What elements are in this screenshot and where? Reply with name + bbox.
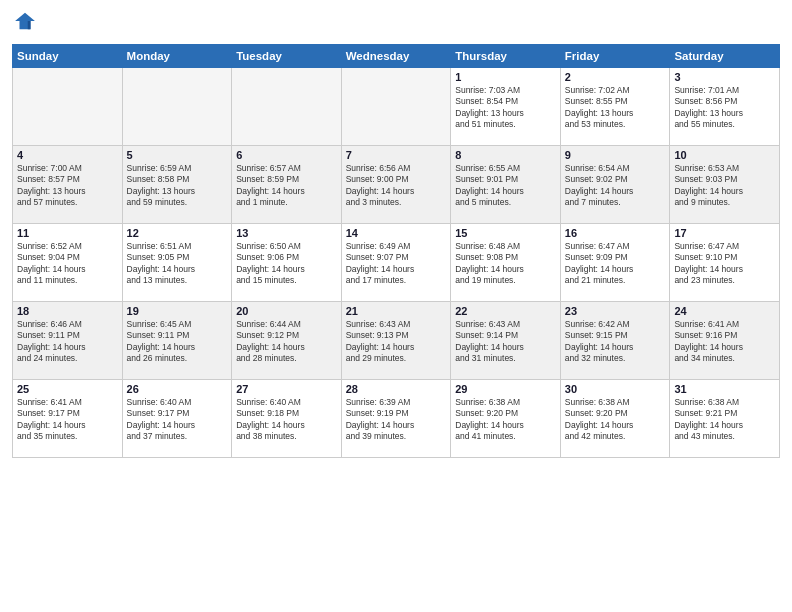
calendar-cell: 23Sunrise: 6:42 AM Sunset: 9:15 PM Dayli… (560, 302, 670, 380)
day-info: Sunrise: 6:50 AM Sunset: 9:06 PM Dayligh… (236, 241, 337, 287)
day-info: Sunrise: 6:38 AM Sunset: 9:20 PM Dayligh… (565, 397, 666, 443)
day-info: Sunrise: 6:54 AM Sunset: 9:02 PM Dayligh… (565, 163, 666, 209)
calendar-cell: 15Sunrise: 6:48 AM Sunset: 9:08 PM Dayli… (451, 224, 561, 302)
day-number: 4 (17, 149, 118, 161)
day-info: Sunrise: 6:47 AM Sunset: 9:10 PM Dayligh… (674, 241, 775, 287)
day-number: 8 (455, 149, 556, 161)
calendar-cell: 1Sunrise: 7:03 AM Sunset: 8:54 PM Daylig… (451, 68, 561, 146)
calendar-cell: 26Sunrise: 6:40 AM Sunset: 9:17 PM Dayli… (122, 380, 232, 458)
calendar-cell: 27Sunrise: 6:40 AM Sunset: 9:18 PM Dayli… (232, 380, 342, 458)
day-info: Sunrise: 6:38 AM Sunset: 9:20 PM Dayligh… (455, 397, 556, 443)
calendar-cell: 10Sunrise: 6:53 AM Sunset: 9:03 PM Dayli… (670, 146, 780, 224)
calendar-cell (122, 68, 232, 146)
calendar-week-row: 4Sunrise: 7:00 AM Sunset: 8:57 PM Daylig… (13, 146, 780, 224)
weekday-header: Monday (122, 45, 232, 68)
day-number: 20 (236, 305, 337, 317)
calendar-cell: 12Sunrise: 6:51 AM Sunset: 9:05 PM Dayli… (122, 224, 232, 302)
day-info: Sunrise: 6:40 AM Sunset: 9:17 PM Dayligh… (127, 397, 228, 443)
day-number: 13 (236, 227, 337, 239)
calendar-cell (13, 68, 123, 146)
calendar-cell (232, 68, 342, 146)
calendar-cell: 28Sunrise: 6:39 AM Sunset: 9:19 PM Dayli… (341, 380, 451, 458)
calendar-cell: 22Sunrise: 6:43 AM Sunset: 9:14 PM Dayli… (451, 302, 561, 380)
calendar-week-row: 18Sunrise: 6:46 AM Sunset: 9:11 PM Dayli… (13, 302, 780, 380)
day-number: 29 (455, 383, 556, 395)
calendar-cell: 2Sunrise: 7:02 AM Sunset: 8:55 PM Daylig… (560, 68, 670, 146)
weekday-header: Thursday (451, 45, 561, 68)
weekday-header: Tuesday (232, 45, 342, 68)
calendar-week-row: 1Sunrise: 7:03 AM Sunset: 8:54 PM Daylig… (13, 68, 780, 146)
day-info: Sunrise: 6:51 AM Sunset: 9:05 PM Dayligh… (127, 241, 228, 287)
day-info: Sunrise: 6:41 AM Sunset: 9:16 PM Dayligh… (674, 319, 775, 365)
calendar-cell: 7Sunrise: 6:56 AM Sunset: 9:00 PM Daylig… (341, 146, 451, 224)
calendar-cell: 5Sunrise: 6:59 AM Sunset: 8:58 PM Daylig… (122, 146, 232, 224)
day-number: 12 (127, 227, 228, 239)
day-info: Sunrise: 6:48 AM Sunset: 9:08 PM Dayligh… (455, 241, 556, 287)
calendar-cell: 30Sunrise: 6:38 AM Sunset: 9:20 PM Dayli… (560, 380, 670, 458)
day-number: 22 (455, 305, 556, 317)
day-info: Sunrise: 6:49 AM Sunset: 9:07 PM Dayligh… (346, 241, 447, 287)
day-number: 14 (346, 227, 447, 239)
logo-icon (14, 10, 36, 32)
day-number: 23 (565, 305, 666, 317)
day-number: 30 (565, 383, 666, 395)
day-number: 17 (674, 227, 775, 239)
day-info: Sunrise: 6:43 AM Sunset: 9:14 PM Dayligh… (455, 319, 556, 365)
calendar-cell: 13Sunrise: 6:50 AM Sunset: 9:06 PM Dayli… (232, 224, 342, 302)
weekday-header: Friday (560, 45, 670, 68)
day-info: Sunrise: 7:01 AM Sunset: 8:56 PM Dayligh… (674, 85, 775, 131)
day-number: 9 (565, 149, 666, 161)
calendar-cell: 9Sunrise: 6:54 AM Sunset: 9:02 PM Daylig… (560, 146, 670, 224)
day-number: 25 (17, 383, 118, 395)
day-info: Sunrise: 6:46 AM Sunset: 9:11 PM Dayligh… (17, 319, 118, 365)
calendar-cell: 3Sunrise: 7:01 AM Sunset: 8:56 PM Daylig… (670, 68, 780, 146)
day-number: 7 (346, 149, 447, 161)
day-number: 28 (346, 383, 447, 395)
day-info: Sunrise: 6:41 AM Sunset: 9:17 PM Dayligh… (17, 397, 118, 443)
day-info: Sunrise: 6:57 AM Sunset: 8:59 PM Dayligh… (236, 163, 337, 209)
day-info: Sunrise: 6:43 AM Sunset: 9:13 PM Dayligh… (346, 319, 447, 365)
page: SundayMondayTuesdayWednesdayThursdayFrid… (0, 0, 792, 612)
calendar-cell: 25Sunrise: 6:41 AM Sunset: 9:17 PM Dayli… (13, 380, 123, 458)
day-number: 26 (127, 383, 228, 395)
day-number: 24 (674, 305, 775, 317)
header (12, 10, 780, 36)
day-info: Sunrise: 6:55 AM Sunset: 9:01 PM Dayligh… (455, 163, 556, 209)
calendar-week-row: 11Sunrise: 6:52 AM Sunset: 9:04 PM Dayli… (13, 224, 780, 302)
calendar-cell: 6Sunrise: 6:57 AM Sunset: 8:59 PM Daylig… (232, 146, 342, 224)
day-number: 11 (17, 227, 118, 239)
calendar-cell: 18Sunrise: 6:46 AM Sunset: 9:11 PM Dayli… (13, 302, 123, 380)
calendar-cell: 14Sunrise: 6:49 AM Sunset: 9:07 PM Dayli… (341, 224, 451, 302)
day-info: Sunrise: 6:45 AM Sunset: 9:11 PM Dayligh… (127, 319, 228, 365)
weekday-header: Sunday (13, 45, 123, 68)
calendar-week-row: 25Sunrise: 6:41 AM Sunset: 9:17 PM Dayli… (13, 380, 780, 458)
day-number: 27 (236, 383, 337, 395)
weekday-header: Saturday (670, 45, 780, 68)
day-number: 10 (674, 149, 775, 161)
calendar-cell: 21Sunrise: 6:43 AM Sunset: 9:13 PM Dayli… (341, 302, 451, 380)
day-number: 6 (236, 149, 337, 161)
day-info: Sunrise: 7:03 AM Sunset: 8:54 PM Dayligh… (455, 85, 556, 131)
calendar-cell: 19Sunrise: 6:45 AM Sunset: 9:11 PM Dayli… (122, 302, 232, 380)
svg-marker-0 (15, 13, 35, 30)
day-info: Sunrise: 7:00 AM Sunset: 8:57 PM Dayligh… (17, 163, 118, 209)
day-number: 31 (674, 383, 775, 395)
day-number: 18 (17, 305, 118, 317)
weekday-header: Wednesday (341, 45, 451, 68)
calendar: SundayMondayTuesdayWednesdayThursdayFrid… (12, 44, 780, 458)
day-info: Sunrise: 6:42 AM Sunset: 9:15 PM Dayligh… (565, 319, 666, 365)
day-info: Sunrise: 6:53 AM Sunset: 9:03 PM Dayligh… (674, 163, 775, 209)
calendar-cell: 4Sunrise: 7:00 AM Sunset: 8:57 PM Daylig… (13, 146, 123, 224)
day-number: 19 (127, 305, 228, 317)
day-number: 5 (127, 149, 228, 161)
day-number: 21 (346, 305, 447, 317)
day-info: Sunrise: 6:40 AM Sunset: 9:18 PM Dayligh… (236, 397, 337, 443)
day-info: Sunrise: 6:59 AM Sunset: 8:58 PM Dayligh… (127, 163, 228, 209)
calendar-cell: 16Sunrise: 6:47 AM Sunset: 9:09 PM Dayli… (560, 224, 670, 302)
day-number: 2 (565, 71, 666, 83)
calendar-cell: 24Sunrise: 6:41 AM Sunset: 9:16 PM Dayli… (670, 302, 780, 380)
calendar-cell: 17Sunrise: 6:47 AM Sunset: 9:10 PM Dayli… (670, 224, 780, 302)
calendar-header-row: SundayMondayTuesdayWednesdayThursdayFrid… (13, 45, 780, 68)
day-info: Sunrise: 6:44 AM Sunset: 9:12 PM Dayligh… (236, 319, 337, 365)
day-number: 15 (455, 227, 556, 239)
